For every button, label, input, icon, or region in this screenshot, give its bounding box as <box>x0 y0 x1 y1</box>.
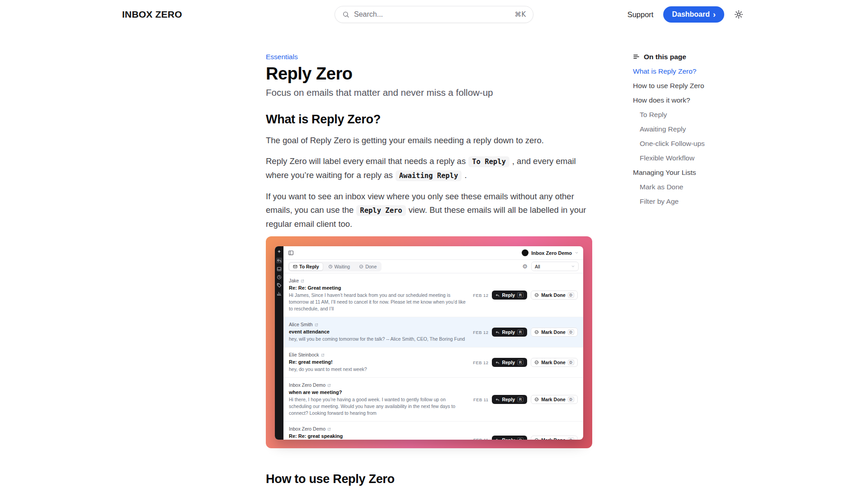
demo-filter-bar: To Reply Waiting Done ⚙ <box>283 260 583 273</box>
code-to-reply: To Reply <box>468 156 509 167</box>
done-button-label: Mark Done <box>541 329 566 335</box>
done-button-label: Mark Done <box>541 437 566 440</box>
header-actions: Support Dashboard › <box>627 6 743 23</box>
reply-button: ReplyR <box>492 395 527 404</box>
toc-item-awaiting-reply[interactable]: Awaiting Reply <box>633 125 730 133</box>
email-row: Jake Re: Re: Great meeting Hi James, Sin… <box>283 273 583 317</box>
done-kbd: D <box>568 292 574 298</box>
reply-kbd: R <box>517 437 524 440</box>
done-button-label: Mark Done <box>541 397 566 402</box>
email-content: Alice Smith event attendance hey, will y… <box>289 322 468 343</box>
paragraph-1: The goal of Reply Zero is getting your e… <box>266 134 592 147</box>
search-bar[interactable]: ⌘K <box>335 6 533 23</box>
external-link-icon <box>315 323 318 327</box>
toc-item-managing-your-lists[interactable]: Managing Your Lists <box>633 168 730 177</box>
code-reply-zero: Reply Zero <box>356 205 406 216</box>
demo-app-sidebar <box>275 246 283 440</box>
dashboard-button[interactable]: Dashboard › <box>663 6 724 23</box>
paragraph-2: Reply Zero will label every email that n… <box>266 155 592 183</box>
email-date: FEB 12 <box>473 293 488 298</box>
email-actions: FEB 11 ReplyR Mark DoneD <box>473 436 578 440</box>
support-link[interactable]: Support <box>627 10 654 19</box>
chevron-down-icon <box>575 251 579 255</box>
email-snippet: Hi James, Since I haven’t heard back fro… <box>289 292 468 312</box>
breadcrumb[interactable]: Essentials <box>266 52 592 61</box>
theme-toggle-sun-icon[interactable] <box>734 10 743 19</box>
email-actions: FEB 12 ReplyR Mark DoneD <box>473 358 578 367</box>
reply-kbd: R <box>517 329 524 335</box>
search-input[interactable] <box>354 10 510 19</box>
email-actions: FEB 12 ReplyR Mark DoneD <box>473 328 578 337</box>
email-snippet: hey, will you be coming tomorrow for the… <box>289 336 468 343</box>
email-sender: Inbox Zero Demo <box>289 382 326 388</box>
list-icon <box>633 53 640 60</box>
tag-icon <box>277 283 282 288</box>
toc-heading: On this page <box>633 52 730 61</box>
email-row: Inbox Zero Demo Re: Re: great speaking H… <box>283 422 583 440</box>
reply-icon <box>276 258 282 263</box>
tab-label: Waiting <box>335 264 350 269</box>
tab-label: Done <box>365 264 377 269</box>
mark-done-button: Mark DoneD <box>531 291 578 300</box>
done-button-label: Mark Done <box>541 360 566 365</box>
inbox-zero-logo[interactable]: INBOX ZERO <box>122 9 182 20</box>
email-subject: Re: great meeting! <box>289 359 468 365</box>
paragraph-2-text: Reply Zero will label every email that n… <box>266 156 466 166</box>
toc-item-how-to-use[interactable]: How to use Reply Zero <box>633 81 730 90</box>
demo-app-main: Inbox Zero Demo To Reply Waiting <box>283 246 583 440</box>
reply-button: ReplyR <box>492 358 527 367</box>
email-date: FEB 11 <box>473 437 488 440</box>
reply-kbd: R <box>517 292 524 298</box>
reply-button-label: Reply <box>502 397 515 402</box>
tab-done: Done <box>355 263 381 271</box>
reply-button-label: Reply <box>502 292 515 298</box>
inbox-icon <box>277 267 282 272</box>
paragraph-3: If you want to see an inbox view where y… <box>266 190 592 231</box>
toc-item-to-reply[interactable]: To Reply <box>633 110 730 119</box>
code-awaiting-reply: Awaiting Reply <box>396 170 462 181</box>
mark-done-button: Mark DoneD <box>531 436 578 440</box>
reply-button: ReplyR <box>492 291 527 300</box>
done-kbd: D <box>568 397 574 402</box>
email-date: FEB 12 <box>473 360 488 365</box>
demo-app-window: Inbox Zero Demo To Reply Waiting <box>275 246 583 440</box>
tab-to-reply: To Reply <box>289 263 323 271</box>
external-link-icon <box>301 279 304 283</box>
external-link-icon <box>321 353 325 357</box>
doc-article: Essentials Reply Zero Focus on emails th… <box>266 29 592 486</box>
done-kbd: D <box>568 437 574 440</box>
heading-what-is-reply-zero: What is Reply Zero? <box>266 112 592 127</box>
external-link-icon <box>327 384 331 387</box>
chevron-right-icon: › <box>713 12 716 17</box>
toc-item-one-click-follow-ups[interactable]: One-click Follow-ups <box>633 139 730 148</box>
reply-button-label: Reply <box>502 329 515 335</box>
reply-kbd: R <box>517 360 524 365</box>
search-icon <box>342 11 349 18</box>
sparkles-icon <box>277 249 282 254</box>
page-subtitle: Focus on emails that matter and never mi… <box>266 87 592 99</box>
email-row: Elie Steinbock Re: great meeting! hey, d… <box>283 347 583 378</box>
toc-item-mark-as-done[interactable]: Mark as Done <box>633 183 730 191</box>
email-actions: FEB 12 ReplyR Mark DoneD <box>473 291 578 300</box>
toc-item-what-is-reply-zero[interactable]: What is Reply Zero? <box>633 67 730 75</box>
email-subject: Re: Re: great speaking <box>289 433 469 439</box>
email-subject: when are we meeting? <box>289 389 469 395</box>
mark-done-button: Mark DoneD <box>531 358 578 367</box>
account-name: Inbox Zero Demo <box>531 250 572 256</box>
email-subject: Re: Re: Great meeting <box>289 285 468 291</box>
demo-topbar: Inbox Zero Demo <box>283 246 583 260</box>
toc-item-filter-by-age[interactable]: Filter by Age <box>633 197 730 206</box>
toc-item-flexible-workflow[interactable]: Flexible Workflow <box>633 154 730 162</box>
toc-item-how-does-it-work[interactable]: How does it work? <box>633 96 730 104</box>
filter-select-value: All <box>535 264 540 269</box>
reply-button: ReplyR <box>492 328 527 337</box>
demo-screenshot: Inbox Zero Demo To Reply Waiting <box>266 236 592 448</box>
reply-button-label: Reply <box>502 437 515 440</box>
email-row: Inbox Zero Demo when are we meeting? Hi … <box>283 378 583 422</box>
email-content: Inbox Zero Demo when are we meeting? Hi … <box>289 382 469 417</box>
done-kbd: D <box>568 360 574 365</box>
tab-group: To Reply Waiting Done <box>288 262 382 272</box>
email-sender: Inbox Zero Demo <box>289 426 326 432</box>
email-actions: FEB 11 ReplyR Mark DoneD <box>473 395 578 404</box>
email-sender: Jake <box>289 278 299 284</box>
